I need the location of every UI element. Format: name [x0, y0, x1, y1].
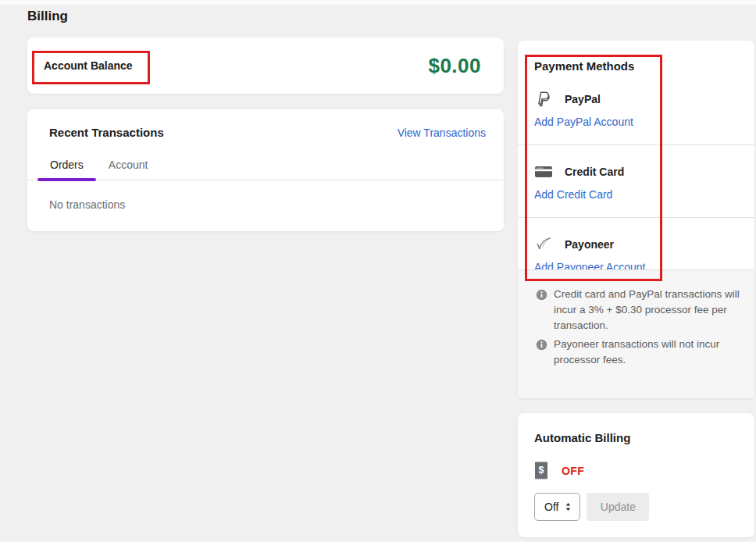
recent-transactions-title: Recent Transactions [49, 126, 164, 139]
payoneer-fee-note-text: Payoneer transactions will not incur pro… [554, 337, 745, 368]
account-balance-amount: $0.00 [428, 54, 481, 78]
automatic-billing-card: Automatic Billing $ OFF Off Upda [518, 413, 754, 537]
info-icon [536, 289, 547, 301]
auto-billing-select[interactable]: Off [534, 493, 580, 521]
no-transactions-text: No transactions [27, 180, 504, 211]
paypal-label: PayPal [565, 93, 601, 105]
add-credit-card-link[interactable]: Add Credit Card [534, 188, 612, 201]
payment-methods-notes: Credit card and PayPal transactions will… [518, 269, 754, 398]
automatic-billing-title: Automatic Billing [534, 413, 738, 444]
top-strip [0, 0, 756, 5]
payoneer-label: Payoneer [565, 238, 614, 251]
receipt-dollar-icon: $ [534, 462, 548, 481]
transactions-tabs: Orders Account [27, 151, 504, 180]
info-icon [536, 339, 547, 351]
tab-orders[interactable]: Orders [37, 151, 96, 180]
payment-methods-card: Payment Methods PayPal Add PayPal Accoun… [518, 41, 754, 398]
svg-text:$: $ [539, 465, 544, 476]
select-arrows-icon [565, 501, 572, 512]
auto-billing-select-value: Off [544, 501, 558, 513]
payoneer-fee-note: Payoneer transactions will not incur pro… [536, 337, 745, 368]
payment-methods-title: Payment Methods [518, 41, 754, 73]
account-balance-label: Account Balance [44, 59, 133, 72]
credit-card-label: Credit Card [565, 166, 624, 178]
recent-transactions-card: Recent Transactions View Transactions Or… [27, 109, 504, 231]
tab-account[interactable]: Account [96, 151, 161, 180]
payoneer-icon [534, 235, 553, 254]
billing-page: Billing Account Balance $0.00 Recent Tra… [0, 0, 756, 542]
recent-transactions-header: Recent Transactions View Transactions [27, 109, 504, 139]
processor-fee-note: Credit card and PayPal transactions will… [536, 287, 745, 333]
processor-fee-note-text: Credit card and PayPal transactions will… [554, 287, 745, 333]
update-button[interactable]: Update [587, 493, 649, 521]
add-paypal-link[interactable]: Add PayPal Account [534, 116, 633, 128]
tab-orders-label: Orders [50, 159, 84, 171]
automatic-billing-status-row: $ OFF [534, 461, 738, 481]
page-title: Billing [27, 7, 68, 25]
payment-method-paypal: PayPal Add PayPal Account [518, 73, 754, 144]
paypal-icon [534, 90, 553, 109]
view-transactions-link[interactable]: View Transactions [398, 127, 486, 139]
credit-card-icon [534, 162, 553, 181]
tab-account-label: Account [109, 159, 148, 171]
automatic-billing-status: OFF [562, 465, 584, 477]
payment-method-credit-card: Credit Card Add Credit Card [518, 144, 754, 217]
automatic-billing-controls: Off Update [534, 493, 738, 521]
account-balance-card: Account Balance $0.00 [27, 37, 504, 94]
